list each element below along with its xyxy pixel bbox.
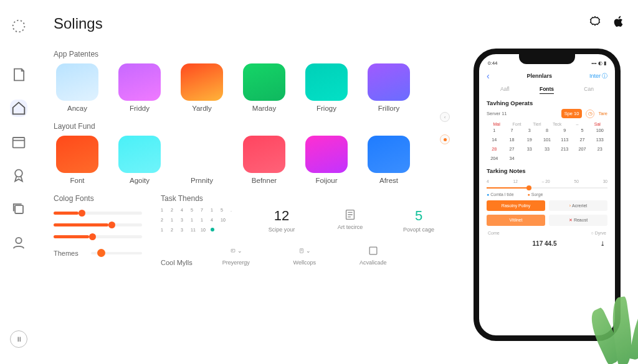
foot-2[interactable]: Acvalicade — [348, 245, 398, 266]
svg-rect-3 — [15, 205, 23, 213]
loading-icon[interactable] — [10, 17, 27, 35]
layout-label: Befnner — [252, 177, 277, 184]
patente-label: Marday — [252, 105, 276, 112]
trends-panel: Task Thends 1245715.213114101231110 12Sc… — [161, 194, 444, 266]
phone-tab-0[interactable]: Aafl — [500, 86, 510, 92]
layout-item-3[interactable]: Befnner — [240, 136, 288, 184]
layout-label: Foijour — [315, 177, 337, 184]
dot-back[interactable]: ‹ — [440, 112, 450, 122]
pill-0[interactable]: Rasolny Poliny — [487, 200, 545, 211]
svg-point-4 — [16, 238, 21, 243]
app-title: Solings — [54, 15, 103, 32]
footer-value: 117 44.5 — [533, 240, 557, 247]
patente-item-3[interactable]: Marday — [240, 63, 288, 112]
trends-label: Task Thends — [161, 194, 444, 203]
layout-label: Afrest — [379, 177, 398, 184]
colog-slider-2[interactable] — [54, 235, 142, 238]
patente-label: Ancay — [67, 105, 87, 112]
layout-label: Font — [70, 177, 84, 184]
bottom-dyrve: ○ Dyrve — [591, 231, 606, 235]
badge-icon[interactable] — [10, 167, 27, 184]
phone-time: 0:44 — [488, 60, 498, 66]
calendar-icon[interactable] — [10, 133, 27, 151]
legend-2: Sorge — [528, 192, 543, 197]
patente-item-4[interactable]: Friogy — [303, 63, 350, 112]
layout-item-4[interactable]: Foijour — [303, 136, 350, 184]
patente-item-2[interactable]: Yardly — [178, 63, 226, 112]
layout-item-1[interactable]: Agoity — [116, 136, 163, 184]
phone-tab-1[interactable]: Fonts — [540, 86, 554, 92]
section-layout-label: Layout Fund — [54, 122, 444, 131]
cool-label: Cool Mylls — [161, 259, 193, 266]
themes-label: Themes — [54, 250, 85, 257]
colog-panel: Colog Fonts Themes — [54, 194, 142, 266]
pill-1[interactable]: ›Acreriet — [549, 200, 607, 211]
stat-1: Art tecirce — [325, 208, 375, 230]
header: Solings — [54, 15, 476, 32]
layout-item-5[interactable]: Afrest — [365, 136, 412, 184]
user-icon[interactable] — [10, 234, 27, 251]
chip-tare: Tare — [598, 111, 607, 116]
svg-point-0 — [13, 21, 25, 32]
patente-item-5[interactable]: Frillory — [365, 63, 412, 112]
status-icons: ••• ◐ ▮ — [591, 60, 606, 66]
phone-inter[interactable]: Inter ⓘ — [589, 72, 607, 80]
patente-label: Yardly — [192, 105, 212, 112]
legend-1: Comta l tide — [487, 192, 514, 197]
sidebar: ⏸ — [0, 0, 37, 364]
apple-icon[interactable] — [612, 15, 626, 29]
side-dots: ‹ — [440, 112, 450, 144]
phone-sec1: Tavhing Operats — [479, 95, 615, 109]
patente-item-1[interactable]: Friddy — [116, 63, 163, 112]
colog-slider-0[interactable] — [54, 212, 142, 215]
back-icon[interactable]: ‹ — [487, 71, 490, 81]
dot-indicator[interactable] — [440, 134, 450, 144]
notes-slider[interactable] — [487, 187, 607, 189]
pause-icon[interactable]: ⏸ — [10, 330, 27, 348]
stat-0: 12Scipe your — [257, 208, 307, 233]
copy-icon[interactable] — [10, 200, 27, 218]
themes-slider[interactable] — [91, 252, 142, 254]
pill-2[interactable]: Vitilnet — [487, 215, 545, 226]
layout-label: Prnnity — [191, 177, 213, 184]
note-icon[interactable] — [10, 66, 27, 83]
svg-rect-1 — [13, 138, 25, 147]
phone-preview: 0:44 ••• ◐ ▮ ‹ Plennlars Inter ⓘ AaflFon… — [474, 49, 621, 341]
layout-label: Agoity — [130, 177, 150, 184]
svg-point-7 — [232, 250, 232, 251]
phone-tab-2[interactable]: Can — [584, 86, 594, 92]
chip-clock-icon[interactable]: ◷ — [586, 110, 594, 118]
patente-label: Friogy — [317, 105, 336, 112]
stat-2: 5Povopt cage — [394, 208, 444, 233]
patente-item-0[interactable]: Ancay — [54, 63, 101, 112]
layout-item-2[interactable]: Prnnity — [178, 136, 226, 184]
svg-rect-9 — [369, 247, 377, 254]
mini-calendar: 1245715.213114101231110 — [161, 208, 238, 236]
gear-icon[interactable] — [588, 15, 602, 29]
chip-server: Server 11 — [487, 111, 507, 116]
patente-label: Friddy — [130, 105, 150, 112]
phone-sec2: Tarking Notes — [479, 162, 615, 177]
colog-slider-1[interactable] — [54, 223, 142, 226]
foot-1[interactable]: ⌄Wellcops — [280, 245, 330, 266]
layout-item-0[interactable]: Font — [54, 136, 101, 184]
bottom-come: Come — [488, 231, 500, 235]
chip-spe[interactable]: Spe 10 — [561, 109, 583, 118]
home-icon[interactable] — [10, 100, 27, 117]
foot-0[interactable]: ⌄Preyerergy — [211, 245, 261, 266]
patente-label: Frillory — [378, 105, 400, 112]
phone-title: Plennlars — [527, 73, 553, 79]
pill-3[interactable]: ✕Reaost — [549, 215, 607, 226]
colog-label: Colog Fonts — [54, 194, 142, 203]
main: App Patentes AncayFriddyYardlyMardayFrio… — [54, 50, 444, 358]
section-patentes-label: App Patentes — [54, 50, 444, 58]
mic-icon[interactable]: ⤓ — [600, 240, 605, 247]
svg-point-2 — [15, 170, 22, 177]
